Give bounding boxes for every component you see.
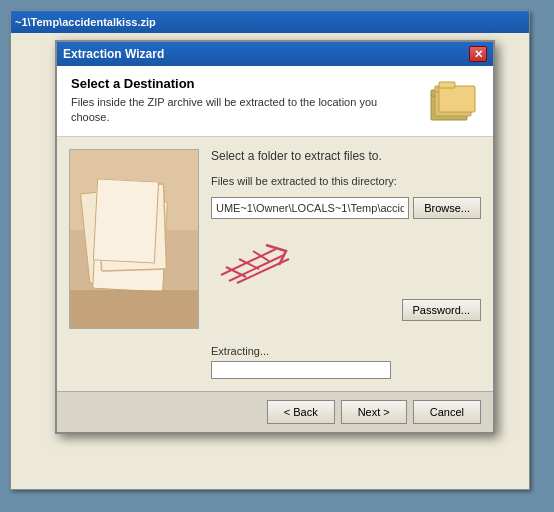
svg-rect-11 [70, 290, 199, 329]
dialog-header-text: Select a Destination Files inside the ZI… [71, 76, 391, 126]
bg-window-title: ~1\Temp\accidentalkiss.zip [15, 16, 525, 28]
close-button[interactable]: ✕ [469, 46, 487, 62]
extraction-wizard-dialog: Extraction Wizard ✕ Select a Destination… [55, 40, 495, 434]
svg-rect-10 [99, 184, 167, 271]
dialog-description: Files inside the ZIP archive will be ext… [71, 95, 391, 126]
dialog-header: Select a Destination Files inside the ZI… [57, 66, 493, 137]
folder-icon [429, 76, 479, 126]
bg-window-titlebar: ~1\Temp\accidentalkiss.zip [11, 11, 529, 33]
svg-rect-4 [439, 86, 475, 112]
next-button[interactable]: Next > [341, 400, 407, 424]
desktop: ~1\Temp\accidentalkiss.zip Extraction Wi… [0, 0, 554, 512]
path-input[interactable] [211, 197, 409, 219]
svg-rect-5 [439, 82, 455, 88]
directory-label: Files will be extracted to this director… [211, 175, 481, 187]
instruction-text: Select a folder to extract files to. [211, 149, 481, 163]
right-panel: Select a folder to extract files to. Fil… [211, 149, 481, 379]
back-button[interactable]: < Back [267, 400, 335, 424]
dialog-title: Extraction Wizard [63, 47, 469, 61]
progress-bar [211, 361, 391, 379]
extracting-label: Extracting... [211, 345, 481, 357]
path-row: Browse... [211, 197, 481, 219]
dialog-heading: Select a Destination [71, 76, 391, 91]
browse-button[interactable]: Browse... [413, 197, 481, 219]
dialog-footer: < Back Next > Cancel [57, 391, 493, 432]
password-button[interactable]: Password... [402, 299, 481, 321]
extracting-section: Extracting... [211, 345, 481, 379]
dialog-body: Select a folder to extract files to. Fil… [57, 137, 493, 391]
cancel-button[interactable]: Cancel [413, 400, 481, 424]
wizard-image [69, 149, 199, 329]
arrow-decoration [211, 237, 481, 287]
dialog-titlebar: Extraction Wizard ✕ [57, 42, 493, 66]
